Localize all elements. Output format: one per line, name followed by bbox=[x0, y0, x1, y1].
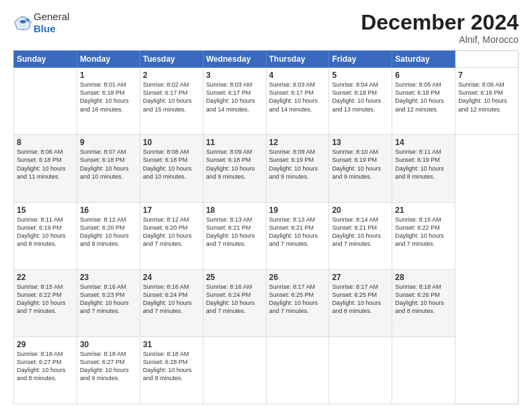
calendar-week-row: 1 Sunrise: 8:01 AMSunset: 6:18 PMDayligh… bbox=[14, 68, 519, 135]
calendar-day-header: Saturday bbox=[392, 51, 455, 68]
logo-blue: Blue bbox=[34, 23, 69, 35]
day-number: 22 bbox=[17, 273, 74, 282]
calendar-day-cell: 18 Sunrise: 8:13 AMSunset: 6:21 PMDaylig… bbox=[203, 202, 266, 269]
day-info: Sunrise: 8:15 AMSunset: 6:22 PMDaylight:… bbox=[17, 283, 66, 314]
day-info: Sunrise: 8:06 AMSunset: 6:18 PMDaylight:… bbox=[17, 148, 66, 179]
day-number: 5 bbox=[332, 71, 389, 80]
calendar-day-cell: 15 Sunrise: 8:11 AMSunset: 6:19 PMDaylig… bbox=[14, 202, 77, 269]
day-info: Sunrise: 8:18 AMSunset: 6:28 PMDaylight:… bbox=[143, 351, 192, 381]
logo-text: General Blue bbox=[34, 11, 69, 35]
day-info: Sunrise: 8:17 AMSunset: 6:25 PMDaylight:… bbox=[269, 283, 318, 314]
logo: General Blue bbox=[13, 11, 69, 35]
calendar-day-cell: 17 Sunrise: 8:12 AMSunset: 6:20 PMDaylig… bbox=[140, 202, 203, 269]
day-info: Sunrise: 8:11 AMSunset: 6:19 PMDaylight:… bbox=[17, 216, 66, 247]
day-number: 20 bbox=[332, 205, 389, 215]
day-number: 2 bbox=[143, 71, 200, 80]
day-number: 31 bbox=[143, 340, 200, 349]
day-info: Sunrise: 8:13 AMSunset: 6:21 PMDaylight:… bbox=[206, 216, 255, 247]
calendar-day-cell: 24 Sunrise: 8:16 AMSunset: 6:24 PMDaylig… bbox=[140, 269, 203, 336]
calendar-day-cell: 23 Sunrise: 8:16 AMSunset: 6:23 PMDaylig… bbox=[77, 269, 140, 336]
day-number: 25 bbox=[206, 273, 263, 282]
calendar-day-cell: 6 Sunrise: 8:05 AMSunset: 6:18 PMDayligh… bbox=[392, 68, 455, 135]
calendar-day-header: Wednesday bbox=[203, 51, 266, 68]
day-number: 26 bbox=[269, 273, 326, 282]
calendar-day-cell: 30 Sunrise: 8:18 AMSunset: 6:27 PMDaylig… bbox=[77, 336, 140, 404]
day-info: Sunrise: 8:13 AMSunset: 6:21 PMDaylight:… bbox=[269, 216, 318, 247]
day-info: Sunrise: 8:09 AMSunset: 6:18 PMDaylight:… bbox=[206, 148, 255, 179]
day-number: 3 bbox=[206, 71, 263, 80]
day-info: Sunrise: 8:02 AMSunset: 6:17 PMDaylight:… bbox=[143, 81, 192, 112]
calendar-day-cell: 3 Sunrise: 8:03 AMSunset: 6:17 PMDayligh… bbox=[203, 68, 266, 135]
day-info: Sunrise: 8:09 AMSunset: 6:19 PMDaylight:… bbox=[269, 148, 318, 179]
calendar-day-cell: 26 Sunrise: 8:17 AMSunset: 6:25 PMDaylig… bbox=[266, 269, 329, 336]
calendar-day-cell: 21 Sunrise: 8:15 AMSunset: 6:22 PMDaylig… bbox=[392, 202, 455, 269]
day-number: 6 bbox=[395, 71, 452, 80]
day-number: 23 bbox=[80, 273, 137, 282]
day-number: 24 bbox=[143, 273, 200, 282]
month-title: December 2024 bbox=[361, 11, 519, 34]
location: Alnif, Morocco bbox=[361, 34, 519, 45]
calendar-day-cell: 29 Sunrise: 8:18 AMSunset: 6:27 PMDaylig… bbox=[14, 336, 77, 404]
day-number: 17 bbox=[143, 205, 200, 215]
day-info: Sunrise: 8:07 AMSunset: 6:18 PMDaylight:… bbox=[80, 148, 129, 179]
day-number: 29 bbox=[17, 340, 74, 349]
calendar-day-cell: 5 Sunrise: 8:04 AMSunset: 6:18 PMDayligh… bbox=[329, 68, 392, 135]
calendar-day-cell: 2 Sunrise: 8:02 AMSunset: 6:17 PMDayligh… bbox=[140, 68, 203, 135]
calendar-day-header: Friday bbox=[329, 51, 392, 68]
calendar-day-cell: 19 Sunrise: 8:13 AMSunset: 6:21 PMDaylig… bbox=[266, 202, 329, 269]
calendar-day-cell: 25 Sunrise: 8:16 AMSunset: 6:24 PMDaylig… bbox=[203, 269, 266, 336]
day-info: Sunrise: 8:12 AMSunset: 6:20 PMDaylight:… bbox=[143, 216, 192, 247]
day-number: 27 bbox=[332, 273, 389, 282]
day-info: Sunrise: 8:11 AMSunset: 6:19 PMDaylight:… bbox=[395, 148, 444, 179]
day-info: Sunrise: 8:15 AMSunset: 6:22 PMDaylight:… bbox=[395, 216, 444, 247]
calendar-day-cell: 7 Sunrise: 8:06 AMSunset: 6:18 PMDayligh… bbox=[455, 68, 519, 135]
day-info: Sunrise: 8:12 AMSunset: 6:20 PMDaylight:… bbox=[80, 216, 129, 247]
day-number: 1 bbox=[80, 71, 137, 80]
calendar-week-row: 22 Sunrise: 8:15 AMSunset: 6:22 PMDaylig… bbox=[14, 269, 519, 336]
calendar-week-row: 29 Sunrise: 8:18 AMSunset: 6:27 PMDaylig… bbox=[14, 336, 519, 404]
calendar-table: SundayMondayTuesdayWednesdayThursdayFrid… bbox=[13, 50, 519, 404]
calendar-day-header: Tuesday bbox=[140, 51, 203, 68]
day-number: 16 bbox=[80, 205, 137, 215]
calendar-day-cell bbox=[392, 336, 455, 404]
calendar-day-cell: 22 Sunrise: 8:15 AMSunset: 6:22 PMDaylig… bbox=[14, 269, 77, 336]
day-number: 4 bbox=[269, 71, 326, 80]
day-info: Sunrise: 8:01 AMSunset: 6:18 PMDaylight:… bbox=[80, 81, 129, 112]
day-info: Sunrise: 8:16 AMSunset: 6:24 PMDaylight:… bbox=[143, 283, 192, 314]
day-number: 9 bbox=[80, 138, 137, 147]
day-info: Sunrise: 8:06 AMSunset: 6:18 PMDaylight:… bbox=[458, 81, 507, 112]
calendar-day-cell: 10 Sunrise: 8:08 AMSunset: 6:18 PMDaylig… bbox=[140, 135, 203, 202]
day-info: Sunrise: 8:16 AMSunset: 6:23 PMDaylight:… bbox=[80, 283, 129, 314]
calendar-day-cell: 13 Sunrise: 8:10 AMSunset: 6:19 PMDaylig… bbox=[329, 135, 392, 202]
day-number: 19 bbox=[269, 205, 326, 215]
day-number: 14 bbox=[395, 138, 452, 147]
calendar-day-cell: 28 Sunrise: 8:18 AMSunset: 6:26 PMDaylig… bbox=[392, 269, 455, 336]
calendar-day-cell: 12 Sunrise: 8:09 AMSunset: 6:19 PMDaylig… bbox=[266, 135, 329, 202]
page: General Blue December 2024 Alnif, Morocc… bbox=[0, 0, 532, 411]
day-info: Sunrise: 8:18 AMSunset: 6:27 PMDaylight:… bbox=[17, 351, 66, 381]
calendar-day-cell: 27 Sunrise: 8:17 AMSunset: 6:25 PMDaylig… bbox=[329, 269, 392, 336]
day-number: 10 bbox=[143, 138, 200, 147]
calendar-day-cell: 9 Sunrise: 8:07 AMSunset: 6:18 PMDayligh… bbox=[77, 135, 140, 202]
day-number: 11 bbox=[206, 138, 263, 147]
calendar-week-row: 15 Sunrise: 8:11 AMSunset: 6:19 PMDaylig… bbox=[14, 202, 519, 269]
day-info: Sunrise: 8:14 AMSunset: 6:21 PMDaylight:… bbox=[332, 216, 381, 247]
day-number: 28 bbox=[395, 273, 452, 282]
calendar-week-row: 8 Sunrise: 8:06 AMSunset: 6:18 PMDayligh… bbox=[14, 135, 519, 202]
day-info: Sunrise: 8:18 AMSunset: 6:26 PMDaylight:… bbox=[395, 283, 444, 314]
day-info: Sunrise: 8:03 AMSunset: 6:17 PMDaylight:… bbox=[206, 81, 255, 112]
calendar-day-cell: 1 Sunrise: 8:01 AMSunset: 6:18 PMDayligh… bbox=[77, 68, 140, 135]
logo-icon bbox=[13, 13, 32, 32]
day-info: Sunrise: 8:04 AMSunset: 6:18 PMDaylight:… bbox=[332, 81, 381, 112]
title-block: December 2024 Alnif, Morocco bbox=[361, 11, 519, 45]
day-number: 13 bbox=[332, 138, 389, 147]
day-info: Sunrise: 8:10 AMSunset: 6:19 PMDaylight:… bbox=[332, 148, 381, 179]
day-info: Sunrise: 8:18 AMSunset: 6:27 PMDaylight:… bbox=[80, 351, 129, 381]
calendar-day-cell: 14 Sunrise: 8:11 AMSunset: 6:19 PMDaylig… bbox=[392, 135, 455, 202]
calendar-header-row: SundayMondayTuesdayWednesdayThursdayFrid… bbox=[14, 51, 519, 68]
calendar-day-cell: 31 Sunrise: 8:18 AMSunset: 6:28 PMDaylig… bbox=[140, 336, 203, 404]
calendar-day-cell bbox=[266, 336, 329, 404]
calendar-day-cell: 16 Sunrise: 8:12 AMSunset: 6:20 PMDaylig… bbox=[77, 202, 140, 269]
day-info: Sunrise: 8:08 AMSunset: 6:18 PMDaylight:… bbox=[143, 148, 192, 179]
day-number: 18 bbox=[206, 205, 263, 215]
